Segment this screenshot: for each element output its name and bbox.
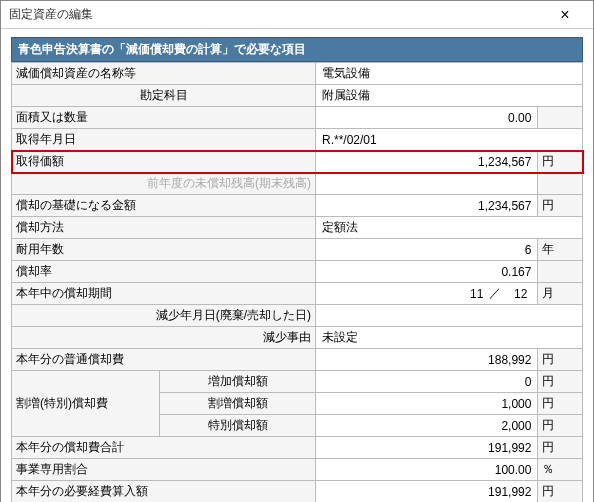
row-total: 本年分の償却費合計 191,992 円 bbox=[12, 437, 583, 459]
row-base: 償却の基礎になる金額 1,234,567 円 bbox=[12, 195, 583, 217]
value-period[interactable]: 11 ／ 12 bbox=[316, 283, 538, 305]
value-account[interactable]: 附属設備 bbox=[316, 85, 583, 107]
label-total: 本年分の償却費合計 bbox=[12, 437, 316, 459]
unit-sp-inc: 円 bbox=[538, 371, 583, 393]
row-life: 耐用年数 6 年 bbox=[12, 239, 583, 261]
period-to[interactable]: 12 bbox=[503, 287, 531, 301]
content-area: 青色申告決算書の「減価償却費の計算」で必要な項目 減価償却資産の名称等 電気設備… bbox=[1, 29, 593, 502]
row-acq-price: 取得価額 1,234,567 円 bbox=[12, 151, 583, 173]
section-header: 青色申告決算書の「減価償却費の計算」で必要な項目 bbox=[11, 37, 583, 62]
label-life: 耐用年数 bbox=[12, 239, 316, 261]
unit-ordinary: 円 bbox=[538, 349, 583, 371]
value-name[interactable]: 電気設備 bbox=[316, 63, 583, 85]
row-method: 償却方法 定額法 bbox=[12, 217, 583, 239]
label-sp-special: 特別償却額 bbox=[160, 415, 316, 437]
titlebar: 固定資産の編集 × bbox=[1, 1, 593, 29]
label-method: 償却方法 bbox=[12, 217, 316, 239]
value-total: 191,992 bbox=[316, 437, 538, 459]
value-method[interactable]: 定額法 bbox=[316, 217, 583, 239]
row-dec-reason: 減少事由 未設定 bbox=[12, 327, 583, 349]
label-biz-ratio: 事業専用割合 bbox=[12, 459, 316, 481]
value-prev-balance bbox=[316, 173, 538, 195]
label-area: 面積又は数量 bbox=[12, 107, 316, 129]
label-sp-extra: 割増償却額 bbox=[160, 393, 316, 415]
form-table: 減価償却資産の名称等 電気設備 勘定科目 附属設備 面積又は数量 0.00 取得… bbox=[11, 62, 583, 502]
label-acq-date: 取得年月日 bbox=[12, 129, 316, 151]
unit-sp-extra: 円 bbox=[538, 393, 583, 415]
value-life[interactable]: 6 bbox=[316, 239, 538, 261]
value-sp-inc[interactable]: 0 bbox=[316, 371, 538, 393]
label-base: 償却の基礎になる金額 bbox=[12, 195, 316, 217]
value-area[interactable]: 0.00 bbox=[316, 107, 538, 129]
close-button[interactable]: × bbox=[545, 2, 585, 28]
row-prev-balance: 前年度の未償却残高(期末残高) bbox=[12, 173, 583, 195]
value-rate: 0.167 bbox=[316, 261, 538, 283]
label-dec-reason: 減少事由 bbox=[12, 327, 316, 349]
row-period: 本年中の償却期間 11 ／ 12 月 bbox=[12, 283, 583, 305]
unit-sp-special: 円 bbox=[538, 415, 583, 437]
close-icon: × bbox=[560, 6, 569, 24]
label-acq-price: 取得価額 bbox=[12, 151, 316, 173]
value-acq-price[interactable]: 1,234,567 bbox=[316, 151, 538, 173]
fixed-asset-edit-window: 固定資産の編集 × 青色申告決算書の「減価償却費の計算」で必要な項目 減価償却資… bbox=[0, 0, 594, 502]
row-rate: 償却率 0.167 bbox=[12, 261, 583, 283]
value-necessary: 191,992 bbox=[316, 481, 538, 503]
value-dec-reason[interactable]: 未設定 bbox=[316, 327, 583, 349]
label-sp-inc: 増加償却額 bbox=[160, 371, 316, 393]
value-base: 1,234,567 bbox=[316, 195, 538, 217]
label-account: 勘定科目 bbox=[12, 85, 316, 107]
unit-period: 月 bbox=[538, 283, 583, 305]
unit-life: 年 bbox=[538, 239, 583, 261]
unit-rate bbox=[538, 261, 583, 283]
row-ordinary: 本年分の普通償却費 188,992 円 bbox=[12, 349, 583, 371]
unit-prev-balance bbox=[538, 173, 583, 195]
unit-acq-price: 円 bbox=[538, 151, 583, 173]
label-name: 減価償却資産の名称等 bbox=[12, 63, 316, 85]
label-dec-date: 減少年月日(廃棄/売却した日) bbox=[12, 305, 316, 327]
window-title: 固定資産の編集 bbox=[9, 6, 93, 23]
value-sp-extra[interactable]: 1,000 bbox=[316, 393, 538, 415]
value-sp-special[interactable]: 2,000 bbox=[316, 415, 538, 437]
row-acq-date: 取得年月日 R.**/02/01 bbox=[12, 129, 583, 151]
unit-necessary: 円 bbox=[538, 481, 583, 503]
unit-area bbox=[538, 107, 583, 129]
period-sep: ／ bbox=[489, 285, 501, 302]
value-ordinary: 188,992 bbox=[316, 349, 538, 371]
label-necessary: 本年分の必要経費算入額 bbox=[12, 481, 316, 503]
value-acq-date[interactable]: R.**/02/01 bbox=[316, 129, 583, 151]
row-dec-date: 減少年月日(廃棄/売却した日) bbox=[12, 305, 583, 327]
unit-base: 円 bbox=[538, 195, 583, 217]
row-necessary: 本年分の必要経費算入額 191,992 円 bbox=[12, 481, 583, 503]
period-from[interactable]: 11 bbox=[459, 287, 487, 301]
label-prev-balance: 前年度の未償却残高(期末残高) bbox=[12, 173, 316, 195]
row-sp-inc: 割増(特別)償却費 増加償却額 0 円 bbox=[12, 371, 583, 393]
value-biz-ratio[interactable]: 100.00 bbox=[316, 459, 538, 481]
unit-biz-ratio: ％ bbox=[538, 459, 583, 481]
row-name: 減価償却資産の名称等 電気設備 bbox=[12, 63, 583, 85]
row-area: 面積又は数量 0.00 bbox=[12, 107, 583, 129]
row-biz-ratio: 事業専用割合 100.00 ％ bbox=[12, 459, 583, 481]
unit-total: 円 bbox=[538, 437, 583, 459]
label-period: 本年中の償却期間 bbox=[12, 283, 316, 305]
label-rate: 償却率 bbox=[12, 261, 316, 283]
row-account: 勘定科目 附属設備 bbox=[12, 85, 583, 107]
value-dec-date[interactable] bbox=[316, 305, 583, 327]
label-special-group: 割増(特別)償却費 bbox=[12, 371, 160, 437]
label-ordinary: 本年分の普通償却費 bbox=[12, 349, 316, 371]
